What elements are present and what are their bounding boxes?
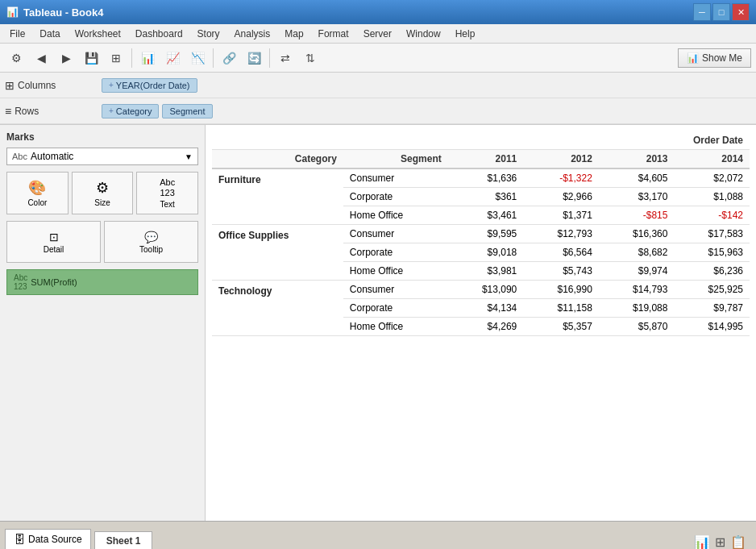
value-cell: $1,088 — [674, 188, 750, 206]
value-cell: $14,995 — [674, 318, 750, 336]
size-icon: ⚙ — [96, 179, 109, 197]
value-cell: $9,974 — [599, 262, 675, 281]
empty-header — [212, 131, 448, 150]
category-cell: Office Supplies — [212, 225, 343, 281]
rows-list-icon: ≡ — [5, 105, 11, 118]
toolbar-forward-btn[interactable]: ▶ — [55, 47, 77, 69]
show-me-label: Show Me — [702, 52, 742, 64]
value-cell: $3,170 — [599, 188, 675, 206]
show-me-button[interactable]: 📊 Show Me — [678, 48, 751, 68]
table-row: Office SuppliesConsumer$9,595$12,793$16,… — [212, 225, 750, 243]
value-cell: $5,357 — [523, 318, 599, 336]
marks-color-btn[interactable]: 🎨 Color — [6, 172, 69, 214]
column-pill-year[interactable]: + YEAR(Order Date) — [102, 78, 197, 93]
value-cell: $8,682 — [599, 243, 675, 262]
col-header-2011: 2011 — [448, 150, 524, 169]
value-cell: $4,134 — [448, 299, 524, 318]
category-cell: Furniture — [212, 168, 343, 225]
title-bar: 📊 Tableau - Book4 ─ □ ✕ — [0, 0, 756, 24]
value-cell: $12,793 — [523, 225, 599, 243]
menu-file[interactable]: File — [3, 27, 31, 41]
col-header-2014: 2014 — [674, 150, 750, 169]
value-cell: $1,636 — [448, 168, 524, 188]
sheet1-tab[interactable]: Sheet 1 — [94, 531, 153, 549]
marks-type-dropdown[interactable]: Abc Automatic ▼ — [6, 148, 198, 165]
menu-server[interactable]: Server — [357, 27, 398, 41]
columns-pills: + YEAR(Order Date) — [102, 78, 197, 93]
marks-text-btn[interactable]: Abc123 Text — [136, 172, 198, 214]
marks-tooltip-btn[interactable]: 💬 Tooltip — [104, 221, 198, 263]
marks-sum-field[interactable]: Abc123 SUM(Profit) — [6, 269, 198, 295]
pill-segment-label: Segment — [169, 106, 205, 116]
value-cell: $5,870 — [599, 318, 675, 336]
datasource-label: Data Source — [28, 534, 82, 545]
toolbar-refresh-btn[interactable]: 🔄 — [243, 47, 265, 69]
maximize-button[interactable]: □ — [712, 3, 730, 21]
value-cell: $16,360 — [599, 225, 675, 243]
new-dashboard-icon[interactable]: ⊞ — [715, 534, 725, 549]
row-pill-category[interactable]: + Category — [102, 104, 159, 119]
new-sheet-icon[interactable]: 📊 — [694, 534, 710, 549]
toolbar-chart3-btn[interactable]: 📉 — [186, 47, 209, 69]
menu-dashboard[interactable]: Dashboard — [129, 27, 189, 41]
menu-story[interactable]: Story — [191, 27, 226, 41]
toolbar-back-btn[interactable]: ◀ — [30, 47, 52, 69]
data-table: Order Date Category Segment 2011 2012 20… — [212, 131, 750, 336]
menu-analysis[interactable]: Analysis — [228, 27, 277, 41]
value-cell: $19,088 — [599, 299, 675, 318]
toolbar-sort-btn[interactable]: ⇅ — [299, 47, 322, 69]
toolbar-swap-btn[interactable]: ⇄ — [274, 47, 297, 69]
menu-bar: File Data Worksheet Dashboard Story Anal… — [0, 24, 756, 44]
text-label: Text — [160, 200, 175, 209]
datasource-tab[interactable]: 🗄 Data Source — [5, 529, 91, 549]
segment-cell: Consumer — [343, 168, 448, 188]
toolbar-datasource-btn[interactable]: ⊞ — [105, 47, 127, 69]
new-story-icon[interactable]: 📋 — [730, 534, 746, 549]
value-cell: $2,072 — [674, 168, 750, 188]
pill-plus-icon2: + — [109, 106, 114, 115]
datasource-icon: 🗄 — [14, 533, 25, 546]
toolbar-chart1-btn[interactable]: 📊 — [136, 47, 159, 69]
toolbar-connect-btn[interactable]: 🔗 — [218, 47, 240, 69]
marks-detail-btn[interactable]: ⊡ Detail — [6, 221, 101, 263]
value-cell: $17,583 — [674, 225, 750, 243]
pill-year-label: YEAR(Order Date) — [116, 81, 190, 90]
menu-window[interactable]: Window — [400, 27, 447, 41]
menu-map[interactable]: Map — [278, 27, 309, 41]
value-cell: $4,269 — [448, 318, 524, 336]
toolbar-settings-btn[interactable]: ⚙ — [5, 47, 27, 69]
sum-abc-icon: Abc123 — [14, 273, 27, 291]
menu-worksheet[interactable]: Worksheet — [69, 27, 127, 41]
segment-cell: Home Office — [343, 262, 448, 281]
minimize-button[interactable]: ─ — [693, 3, 711, 21]
toolbar-chart2-btn[interactable]: 📈 — [161, 47, 184, 69]
marks-size-btn[interactable]: ⚙ Size — [72, 172, 134, 214]
value-cell: $9,787 — [674, 299, 750, 318]
bottom-icons: 📊 ⊞ 📋 — [694, 534, 751, 549]
value-cell: $9,595 — [448, 225, 524, 243]
row-pill-segment[interactable]: Segment — [162, 104, 212, 119]
col-header-2013: 2013 — [599, 150, 675, 169]
detail-label: Detail — [44, 245, 64, 254]
value-cell: $3,981 — [448, 262, 524, 281]
close-button[interactable]: ✕ — [732, 3, 750, 21]
value-cell: $13,090 — [448, 281, 524, 299]
order-date-header: Order Date — [448, 131, 750, 150]
segment-cell: Corporate — [343, 299, 448, 318]
marks-type-label: Automatic — [31, 151, 73, 162]
toolbar-sep2 — [213, 48, 214, 68]
toolbar-save-btn[interactable]: 💾 — [80, 47, 102, 69]
color-label: Color — [27, 198, 47, 207]
menu-data[interactable]: Data — [33, 27, 66, 41]
rows-shelf: ≡ Rows + Category Segment — [0, 98, 756, 124]
value-cell: $9,018 — [448, 243, 524, 262]
value-cell: -$1,322 — [523, 168, 599, 188]
menu-help[interactable]: Help — [449, 27, 482, 41]
menu-format[interactable]: Format — [312, 27, 355, 41]
segment-cell: Corporate — [343, 188, 448, 206]
columns-text: Columns — [18, 80, 56, 91]
view-area: Order Date Category Segment 2011 2012 20… — [206, 125, 756, 521]
table-row: FurnitureConsumer$1,636-$1,322$4,605$2,0… — [212, 168, 750, 188]
sheet1-label: Sheet 1 — [106, 535, 141, 547]
segment-cell: Home Office — [343, 206, 448, 225]
